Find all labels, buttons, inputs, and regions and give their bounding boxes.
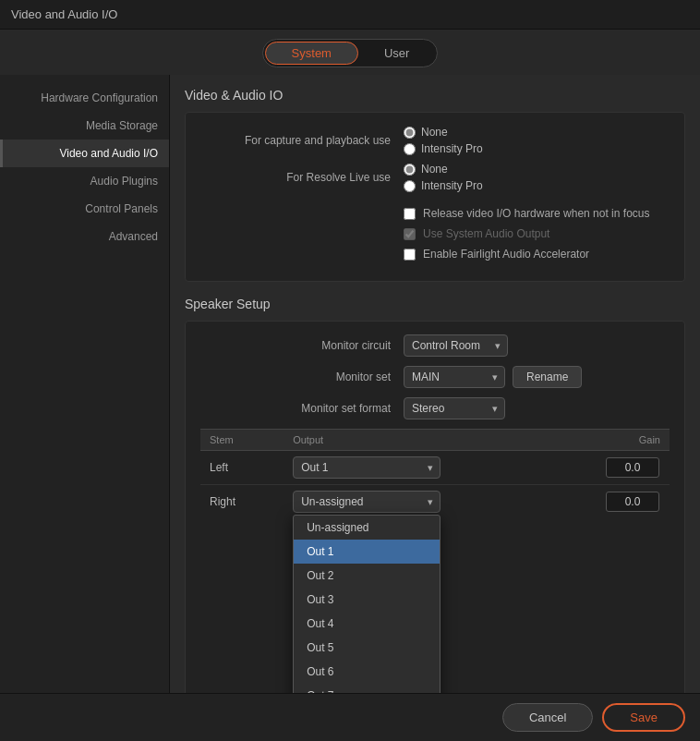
sidebar-item-hardware-configuration[interactable]: Hardware Configuration xyxy=(0,84,169,112)
output-right-cell: Un-assigned Out 1 Un-assigned xyxy=(284,485,596,519)
cancel-button[interactable]: Cancel xyxy=(502,703,593,732)
rename-button[interactable]: Rename xyxy=(513,366,582,388)
video-audio-io-card: For capture and playback use None Intens… xyxy=(185,112,685,282)
save-button[interactable]: Save xyxy=(602,703,685,732)
resolve-intensity-label: Intensity Pro xyxy=(421,179,483,192)
resolve-intensity-radio[interactable] xyxy=(404,180,416,192)
dropdown-item-out7[interactable]: Out 7 xyxy=(294,684,440,693)
resolve-none-option[interactable]: None xyxy=(404,163,483,176)
fairlight-row: Enable Fairlight Audio Accelerator xyxy=(404,248,670,261)
tab-bar: System User xyxy=(0,30,700,75)
monitor-set-row: Monitor set MAIN Alt 1 Alt 2 Rename xyxy=(200,366,670,388)
monitor-set-format-select-wrapper: Stereo 5.1 7.1 xyxy=(404,397,505,419)
resolve-live-label: For Resolve Live use xyxy=(200,171,404,184)
video-audio-io-title: Video & Audio IO xyxy=(185,88,685,103)
output-right-dropdown-container: Un-assigned Out 1 Un-assigned xyxy=(293,491,586,513)
output-right-dropdown: Un-assigned Out 1 Out 2 Out 3 Out 4 Out … xyxy=(293,515,441,693)
table-row-left: Left Out 1 Un-assigned xyxy=(200,451,670,485)
capture-none-option[interactable]: None xyxy=(404,126,483,139)
monitor-set-format-select[interactable]: Stereo 5.1 7.1 xyxy=(404,397,505,419)
output-right-select[interactable]: Un-assigned Out 1 xyxy=(293,491,441,513)
output-left-select[interactable]: Out 1 Un-assigned xyxy=(293,456,441,479)
release-video-row: Release video I/O hardware when not in f… xyxy=(404,207,670,220)
resolve-none-label: None xyxy=(421,163,448,176)
resolve-intensity-option[interactable]: Intensity Pro xyxy=(404,179,483,192)
gain-right-input[interactable] xyxy=(606,492,659,512)
release-video-label: Release video I/O hardware when not in f… xyxy=(423,207,649,220)
sidebar: Hardware Configuration Media Storage Vid… xyxy=(0,75,170,693)
output-left-select-wrapper: Out 1 Un-assigned xyxy=(293,456,441,479)
capture-playback-radio-group: None Intensity Pro xyxy=(404,126,483,155)
dropdown-item-out4[interactable]: Out 4 xyxy=(294,612,440,636)
dropdown-item-out1[interactable]: Out 1 xyxy=(294,540,440,564)
main-panel: Video & Audio IO For capture and playbac… xyxy=(170,75,700,693)
speaker-inner: Monitor circuit Control Room Room 2 Moni… xyxy=(186,322,684,518)
window: Video and Audio I/O System User Hardware… xyxy=(0,0,700,741)
resolve-live-row: For Resolve Live use None Intensity Pro xyxy=(200,163,670,192)
tab-user[interactable]: User xyxy=(358,42,435,65)
monitor-circuit-label: Monitor circuit xyxy=(200,339,404,352)
gain-left-cell xyxy=(596,451,670,485)
stem-table: Stem Output Gain Left xyxy=(200,429,670,518)
sidebar-item-advanced[interactable]: Advanced xyxy=(0,223,169,250)
monitor-circuit-select[interactable]: Control Room Room 2 xyxy=(404,334,508,357)
capture-playback-label: For capture and playback use xyxy=(200,134,404,147)
col-output: Output xyxy=(284,430,596,451)
output-left-cell: Out 1 Un-assigned xyxy=(284,451,596,485)
footer-bar: Cancel Save xyxy=(0,693,700,741)
tab-group: System User xyxy=(262,39,439,67)
dropdown-item-out5[interactable]: Out 5 xyxy=(294,636,440,660)
window-title: Video and Audio I/O xyxy=(11,7,117,21)
output-right-select-wrapper: Un-assigned Out 1 xyxy=(293,491,441,513)
system-audio-checkbox[interactable] xyxy=(404,228,416,240)
system-audio-label: Use System Audio Output xyxy=(423,227,549,240)
fairlight-checkbox[interactable] xyxy=(404,249,416,261)
resolve-none-radio[interactable] xyxy=(404,164,416,176)
monitor-circuit-select-wrapper: Control Room Room 2 xyxy=(404,334,508,357)
stem-right: Right xyxy=(200,485,284,519)
sidebar-item-video-and-audio-io[interactable]: Video and Audio I/O xyxy=(0,140,169,167)
dropdown-item-out6[interactable]: Out 6 xyxy=(294,660,440,684)
release-video-checkbox[interactable] xyxy=(404,208,416,220)
capture-none-radio[interactable] xyxy=(404,127,416,139)
capture-intensity-label: Intensity Pro xyxy=(421,142,483,155)
monitor-set-label: Monitor set xyxy=(200,370,404,383)
col-stem: Stem xyxy=(200,430,284,451)
monitor-set-format-label: Monitor set format xyxy=(200,402,404,415)
sidebar-item-control-panels[interactable]: Control Panels xyxy=(0,195,169,223)
sidebar-item-audio-plugins[interactable]: Audio Plugins xyxy=(0,167,169,195)
capture-playback-row: For capture and playback use None Intens… xyxy=(200,126,670,155)
capture-intensity-option[interactable]: Intensity Pro xyxy=(404,142,483,155)
system-audio-row: Use System Audio Output xyxy=(404,227,670,240)
dropdown-scroll: Un-assigned Out 1 Out 2 Out 3 Out 4 Out … xyxy=(294,516,440,693)
tab-system[interactable]: System xyxy=(265,42,358,65)
resolve-live-radio-group: None Intensity Pro xyxy=(404,163,483,192)
stem-left: Left xyxy=(200,451,284,485)
monitor-circuit-row: Monitor circuit Control Room Room 2 xyxy=(200,334,670,357)
dropdown-item-out3[interactable]: Out 3 xyxy=(294,588,440,612)
capture-none-label: None xyxy=(421,126,448,139)
gain-left-input[interactable] xyxy=(606,457,659,478)
sidebar-item-media-storage[interactable]: Media Storage xyxy=(0,112,169,140)
monitor-set-format-row: Monitor set format Stereo 5.1 7.1 xyxy=(200,397,670,419)
content-area: Hardware Configuration Media Storage Vid… xyxy=(0,75,700,693)
titlebar: Video and Audio I/O xyxy=(0,0,700,30)
table-row-right: Right Un-assigned Out 1 xyxy=(200,485,670,519)
col-gain: Gain xyxy=(596,430,670,451)
monitor-set-select[interactable]: MAIN Alt 1 Alt 2 xyxy=(404,366,505,388)
stem-table-header: Stem Output Gain xyxy=(200,430,670,451)
gain-right-cell xyxy=(596,485,670,519)
speaker-setup-card: Monitor circuit Control Room Room 2 Moni… xyxy=(185,321,685,693)
dropdown-item-unassigned[interactable]: Un-assigned xyxy=(294,516,440,540)
fairlight-label: Enable Fairlight Audio Accelerator xyxy=(423,248,589,261)
speaker-setup-title: Speaker Setup xyxy=(185,297,685,311)
dropdown-item-out2[interactable]: Out 2 xyxy=(294,564,440,588)
monitor-set-select-wrapper: MAIN Alt 1 Alt 2 xyxy=(404,366,505,388)
capture-intensity-radio[interactable] xyxy=(404,143,416,155)
checkbox-section: Release video I/O hardware when not in f… xyxy=(404,207,670,261)
